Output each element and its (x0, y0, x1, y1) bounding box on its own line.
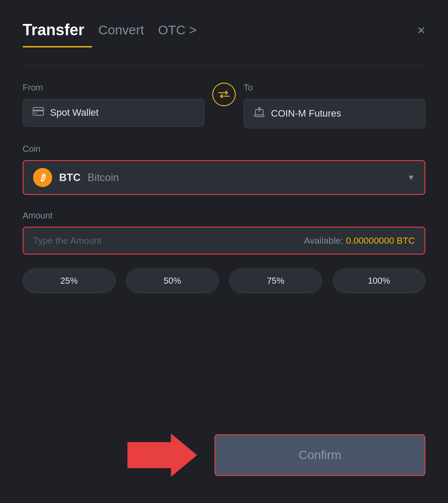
amount-available: Available: 0.00000000 BTC (304, 235, 415, 246)
tab-convert[interactable]: Convert (98, 23, 144, 37)
active-tab-underline (23, 46, 92, 47)
swap-button[interactable] (212, 83, 236, 106)
pct-75-button[interactable]: 75% (229, 268, 322, 293)
svg-rect-3 (254, 115, 264, 117)
to-wallet-box[interactable]: COIN-M Futures (244, 99, 425, 128)
close-button[interactable]: × (417, 23, 425, 37)
pct-50-button[interactable]: 50% (126, 268, 219, 293)
from-label: From (23, 83, 204, 93)
tab-transfer[interactable]: Transfer (23, 21, 84, 39)
transfer-icon (254, 107, 265, 120)
confirm-row: Confirm (23, 433, 425, 477)
available-value: 0.00000000 BTC (346, 235, 415, 245)
amount-placeholder: Type the Amount (33, 235, 102, 246)
coin-symbol: BTC (59, 171, 80, 184)
confirm-button[interactable]: Confirm (214, 434, 425, 476)
pct-25-button[interactable]: 25% (23, 268, 116, 293)
tab-otc[interactable]: OTC > (158, 23, 197, 37)
arrow-container (23, 433, 197, 477)
from-to-row: From Spot Wallet (23, 83, 425, 128)
swap-btn-container (204, 83, 244, 112)
amount-input-box: Type the Amount Available: 0.00000000 BT… (23, 227, 425, 255)
chevron-down-icon: ▼ (407, 173, 415, 182)
from-wallet-label: Spot Wallet (50, 107, 99, 118)
svg-rect-1 (33, 110, 43, 111)
coin-section: Coin ₿ BTC Bitcoin ▼ (23, 144, 425, 195)
svg-rect-2 (34, 113, 37, 114)
from-wallet-box[interactable]: Spot Wallet (23, 99, 204, 127)
modal-header: Transfer Convert OTC > × (23, 21, 425, 39)
card-icon (33, 107, 44, 118)
to-label: To (244, 83, 425, 93)
svg-marker-4 (127, 433, 197, 477)
percentage-row: 25% 50% 75% 100% (23, 268, 425, 293)
to-section: To COIN-M Futures (244, 83, 425, 128)
to-wallet-label: COIN-M Futures (271, 108, 341, 119)
pct-100-button[interactable]: 100% (333, 268, 426, 293)
amount-label: Amount (23, 211, 425, 221)
coin-name: Bitcoin (87, 171, 119, 184)
swap-icon (218, 90, 230, 99)
btc-icon: ₿ (33, 168, 52, 187)
from-section: From Spot Wallet (23, 83, 204, 127)
amount-section: Amount Type the Amount Available: 0.0000… (23, 211, 425, 255)
red-arrow-icon (127, 433, 197, 477)
coin-label: Coin (23, 144, 425, 154)
header-divider (23, 65, 425, 65)
coin-selector[interactable]: ₿ BTC Bitcoin ▼ (23, 160, 425, 195)
transfer-modal: Transfer Convert OTC > × From Spot Walle… (0, 0, 448, 503)
